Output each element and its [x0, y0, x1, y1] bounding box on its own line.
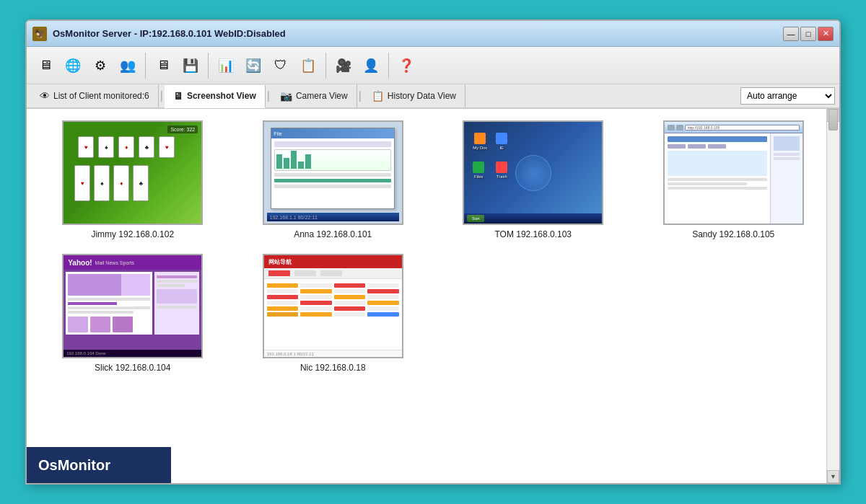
slick-row-3	[68, 306, 149, 309]
nic-row-3	[267, 295, 399, 299]
slick-body	[64, 270, 201, 337]
chart-bar-5	[305, 154, 311, 169]
sandy-text-3	[668, 187, 767, 190]
card-6: ♥	[74, 165, 90, 201]
toolbar-btn-camera[interactable]: 🎥	[331, 53, 357, 79]
nic-cell-16	[367, 301, 399, 305]
minimize-button[interactable]: —	[783, 27, 799, 41]
tab-history[interactable]: 📋 History Data View	[363, 84, 465, 107]
toolbar-btn-screenshot[interactable]: 🖥	[32, 53, 58, 79]
sandy-page-body	[665, 133, 802, 224]
desktop-icon-1: My Doc	[473, 133, 487, 150]
icon-img-4	[496, 162, 507, 173]
toolbar-btn-user-manage[interactable]: 👤	[358, 53, 384, 79]
slick-hero-right	[121, 274, 150, 296]
scrollbar-thumb[interactable]	[828, 109, 838, 131]
anna-title-text: File	[274, 131, 281, 136]
slick-side-img	[157, 289, 198, 304]
client-thumb-sandy[interactable]: http://192.168.0.105	[663, 120, 804, 225]
client-item-tom[interactable]: My Doc IE Files Trash	[442, 120, 625, 239]
client-item-sandy[interactable]: http://192.168.0.105	[642, 120, 826, 239]
window-controls: — □ ✕	[783, 27, 834, 41]
anna-row-3	[274, 185, 391, 188]
client-thumb-tom[interactable]: My Doc IE Files Trash	[463, 120, 603, 225]
chart-bar-2	[284, 158, 289, 169]
nic-cell-20	[367, 306, 399, 311]
nic-cell-1	[267, 283, 299, 288]
tab-sep-1: |	[159, 89, 165, 102]
content-area[interactable]: ♥ ♠ ♦ ♣ ♥ ♥ ♠ ♦ ♣ Score: 322	[27, 109, 839, 483]
desktop-icon-4: Trash	[496, 162, 507, 179]
client-thumb-nic[interactable]: 网站导航	[263, 254, 403, 358]
nic-cell-8	[367, 289, 399, 293]
sandy-side-col	[770, 133, 802, 224]
tab-camera[interactable]: 📷 Camera View	[271, 84, 357, 107]
toolbar-group-3: 📊 🔄 🛡 📋	[213, 53, 326, 79]
tab-camera-label: Camera View	[296, 91, 348, 101]
nic-cell-9	[267, 295, 299, 299]
toolbar-group-4: 🎥 👤	[331, 53, 389, 79]
nic-cell-13	[267, 301, 299, 305]
toolbar-btn-chart[interactable]: 📊	[213, 53, 239, 79]
start-button: Start	[467, 215, 484, 222]
client-label-jimmy: Jimmy 192.168.0.102	[91, 229, 174, 239]
nic-header: 网站导航	[264, 255, 402, 268]
toolbar-btn-users[interactable]: 👥	[115, 53, 141, 79]
client-item-anna[interactable]: File	[242, 120, 425, 239]
close-button[interactable]: ✕	[818, 27, 834, 41]
client-thumb-slick[interactable]: Yahoo! Mail News Sports	[62, 254, 203, 358]
window-title: OsMonitor Server - IP:192.168.0.101 WebI…	[53, 28, 783, 39]
slick-statusbar: 192.168.0.104 Done	[64, 350, 201, 357]
toolbar-btn-shield[interactable]: 🛡	[268, 53, 294, 79]
nic-cell-10	[300, 295, 332, 299]
client-label-anna: Anna 192.168.0.101	[294, 229, 372, 239]
nic-nav-1	[268, 270, 290, 276]
slick-sidebar	[154, 272, 200, 335]
thumb-inner-anna: File	[264, 122, 402, 224]
slick-main	[66, 272, 152, 335]
nic-cell-11	[334, 295, 366, 299]
desktop-icon-2: IE	[496, 133, 507, 150]
nic-cell-17	[267, 306, 299, 311]
card-9: ♣	[133, 165, 149, 201]
toolbar-group-1: 🖥 🌐 ⚙ 👥	[32, 53, 146, 79]
nic-row-6	[267, 312, 399, 317]
client-item-nic[interactable]: 网站导航	[242, 254, 425, 373]
toolbar-btn-monitor[interactable]: 🖥	[150, 53, 176, 79]
icon-label-1: My Doc	[473, 146, 487, 150]
toolbar-btn-save[interactable]: 💾	[178, 53, 204, 79]
card-2: ♠	[98, 136, 114, 158]
tab-screenshot[interactable]: 🖥 Screenshot View	[165, 85, 266, 108]
sandy-nav-2	[688, 144, 706, 149]
nic-status-text: 192.168.0.18 1 80/22:11	[267, 352, 314, 356]
toolbar-btn-web[interactable]: 🌐	[60, 53, 86, 79]
nic-cell-4	[367, 283, 399, 288]
client-item-jimmy[interactable]: ♥ ♠ ♦ ♣ ♥ ♥ ♠ ♦ ♣ Score: 322	[41, 120, 224, 239]
toolbar-btn-refresh[interactable]: 🔄	[240, 53, 266, 79]
client-thumb-jimmy[interactable]: ♥ ♠ ♦ ♣ ♥ ♥ ♠ ♦ ♣ Score: 322	[62, 120, 203, 225]
tab-clients[interactable]: 👁 List of Client monitored:6	[31, 84, 159, 107]
toolbar-btn-clipboard[interactable]: 📋	[295, 53, 321, 79]
slick-thumb-1	[68, 317, 88, 332]
card-row: ♥ ♠ ♦ ♣ ♥	[78, 136, 175, 158]
card-1: ♥	[78, 136, 94, 158]
scrollbar[interactable]: ▲ ▼	[826, 109, 839, 483]
slick-side-4	[157, 306, 198, 309]
anna-row-1	[274, 173, 391, 177]
card-4: ♣	[139, 136, 154, 158]
maximize-button[interactable]: □	[800, 27, 816, 41]
toolbar-btn-help[interactable]: ❓	[393, 53, 419, 79]
slick-nav: Mail News Sports	[95, 260, 134, 265]
arrange-select-container[interactable]: Auto arrange Manual arrange Sort by name…	[740, 87, 835, 105]
scrollbar-arrow-down[interactable]: ▼	[827, 470, 839, 483]
sandy-nav-1	[668, 144, 686, 149]
desktop-icon-3: Files	[473, 162, 484, 179]
sandy-header-bar	[668, 136, 767, 142]
thumb-inner-jimmy: ♥ ♠ ♦ ♣ ♥ ♥ ♠ ♦ ♣ Score: 322	[64, 122, 201, 224]
nic-cell-5	[267, 289, 299, 293]
toolbar-btn-settings[interactable]: ⚙	[87, 53, 113, 79]
client-thumb-anna[interactable]: File	[263, 120, 403, 225]
client-item-slick[interactable]: Yahoo! Mail News Sports	[41, 254, 224, 373]
anna-row-2	[274, 179, 391, 182]
arrange-dropdown[interactable]: Auto arrange Manual arrange Sort by name…	[740, 87, 835, 105]
